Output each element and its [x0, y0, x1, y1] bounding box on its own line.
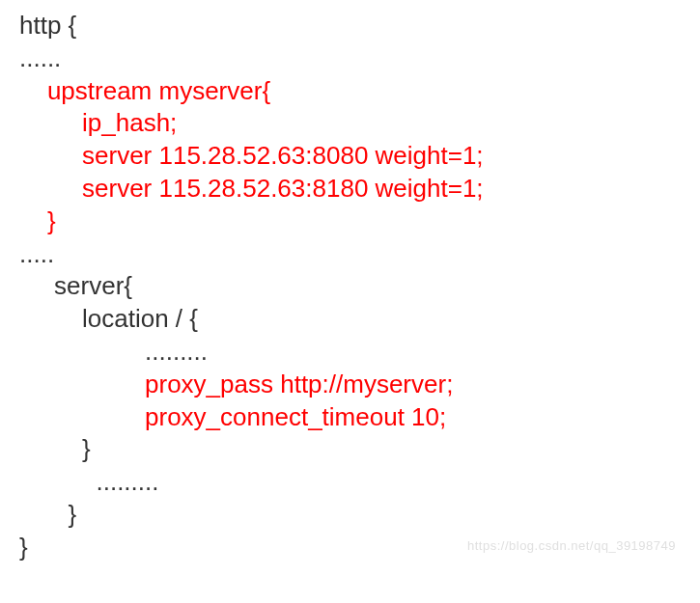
code-line: proxy_pass http://myserver; [19, 369, 681, 401]
code-line: location / { [19, 303, 681, 336]
code-line: ip_hash; [19, 107, 681, 140]
code-line: ...... [19, 42, 681, 75]
code-line: server 115.28.52.63:8180 weight=1; [19, 173, 681, 206]
code-line: proxy_connect_timeout 10; [19, 401, 681, 434]
code-line: ......... [19, 466, 681, 499]
code-line: ......... [19, 336, 681, 369]
code-line: } [19, 433, 681, 466]
code-line: upstream myserver{ [19, 75, 681, 108]
code-line: server 115.28.52.63:8080 weight=1; [19, 140, 681, 173]
code-line: } [19, 206, 681, 238]
code-line: ..... [19, 238, 681, 271]
code-line: server{ [19, 270, 681, 303]
code-block: http { ...... upstream myserver{ ip_hash… [0, 0, 700, 564]
watermark-text: https://blog.csdn.net/qq_39198749 [467, 538, 676, 555]
code-line: } [19, 499, 681, 532]
code-line: http { [19, 10, 681, 42]
